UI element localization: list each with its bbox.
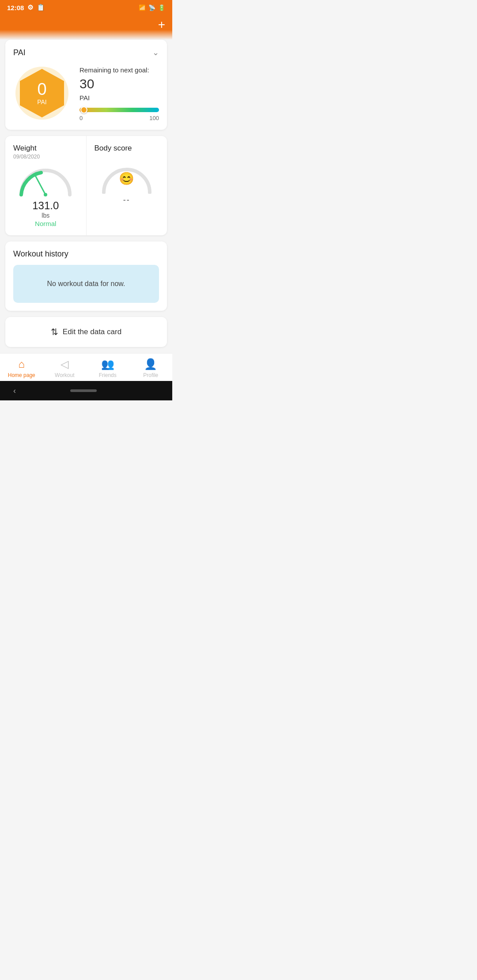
progress-bar <box>80 108 159 112</box>
friends-icon: 👥 <box>101 358 114 370</box>
progress-bar-track <box>80 108 159 112</box>
back-button[interactable]: ‹ <box>13 386 16 396</box>
nav-label-profile: Profile <box>143 372 158 378</box>
status-bar: 12:08 ⚙ 📋 📶 📡 🔋 <box>0 0 172 15</box>
home-icon: ⌂ <box>19 358 25 370</box>
workout-icon: ◁ <box>61 358 68 370</box>
nav-label-home: Home page <box>8 372 35 378</box>
clipboard-icon: 📋 <box>37 4 45 11</box>
pai-goal-number: 30 <box>80 76 94 91</box>
weight-title: Weight <box>13 144 78 153</box>
weight-unit: lbs <box>13 212 78 219</box>
pai-right: Remaining to next goal: 30 PAI 0 100 <box>80 65 159 121</box>
weight-status: Normal <box>13 220 78 227</box>
weight-col: Weight 09/08/2020 131.0 lbs Normal <box>5 136 87 235</box>
body-score-value: -- <box>95 196 159 205</box>
progress-labels: 0 100 <box>80 115 159 121</box>
chevron-down-icon[interactable]: ⌄ <box>152 48 159 57</box>
pai-label: PAI <box>37 98 47 106</box>
nav-label-workout: Workout <box>55 372 74 378</box>
wifi-icon: 📶 <box>139 4 146 11</box>
pai-card-header: PAI ⌄ <box>13 48 159 57</box>
system-bar: ‹ <box>0 381 172 400</box>
pai-value: 0 <box>37 81 47 98</box>
nav-item-home[interactable]: ⌂ Home page <box>0 358 43 378</box>
nav-item-workout[interactable]: ◁ Workout <box>43 358 87 378</box>
home-pill[interactable] <box>70 389 97 392</box>
edit-label: Edit the data card <box>63 328 121 336</box>
battery-icon: 🔋 <box>158 4 165 11</box>
weight-bodyscore-card: Weight 09/08/2020 131.0 lbs Normal Body … <box>5 136 167 235</box>
edit-icon: ⇅ <box>51 327 58 337</box>
svg-line-2 <box>35 176 45 195</box>
body-score-gauge: 😊 <box>100 165 153 194</box>
body-score-col: Body score 😊 -- <box>87 136 167 235</box>
pai-hexagon-inner: 0 PAI <box>37 81 47 106</box>
bottom-nav: ⌂ Home page ◁ Workout 👥 Friends 👤 Profil… <box>0 353 172 381</box>
body-score-emoji: 😊 <box>119 171 134 186</box>
progress-dot <box>80 106 87 113</box>
workout-empty-message: No workout data for now. <box>13 265 159 303</box>
svg-point-3 <box>44 193 47 196</box>
pai-hexagon: 0 PAI <box>13 64 71 122</box>
pai-card: PAI ⌄ 0 PAI Remaining to next goal: 30 P… <box>5 40 167 130</box>
status-left: 12:08 ⚙ 📋 <box>7 4 45 11</box>
nav-label-friends: Friends <box>99 372 117 378</box>
signal-icon: 📡 <box>148 4 155 11</box>
edit-data-card[interactable]: ⇅ Edit the data card <box>5 317 167 347</box>
weight-date: 09/08/2020 <box>13 154 78 160</box>
header: + <box>0 15 172 40</box>
status-right: 📶 📡 🔋 <box>139 4 165 11</box>
pai-title: PAI <box>13 48 26 57</box>
settings-icon: ⚙ <box>27 4 33 11</box>
pai-content: 0 PAI Remaining to next goal: 30 PAI 0 1… <box>13 64 159 122</box>
nav-item-friends[interactable]: 👥 Friends <box>86 358 129 378</box>
time: 12:08 <box>7 4 24 11</box>
workout-history-card: Workout history No workout data for now. <box>5 241 167 311</box>
profile-icon: 👤 <box>144 358 157 370</box>
pai-goal-text: Remaining to next goal: 30 PAI <box>80 65 159 102</box>
workout-history-title: Workout history <box>13 249 159 259</box>
weight-value: 131.0 <box>13 200 78 212</box>
nav-item-profile[interactable]: 👤 Profile <box>129 358 173 378</box>
weight-gauge <box>17 166 74 197</box>
add-button[interactable]: + <box>158 19 165 31</box>
body-score-title: Body score <box>95 144 159 153</box>
